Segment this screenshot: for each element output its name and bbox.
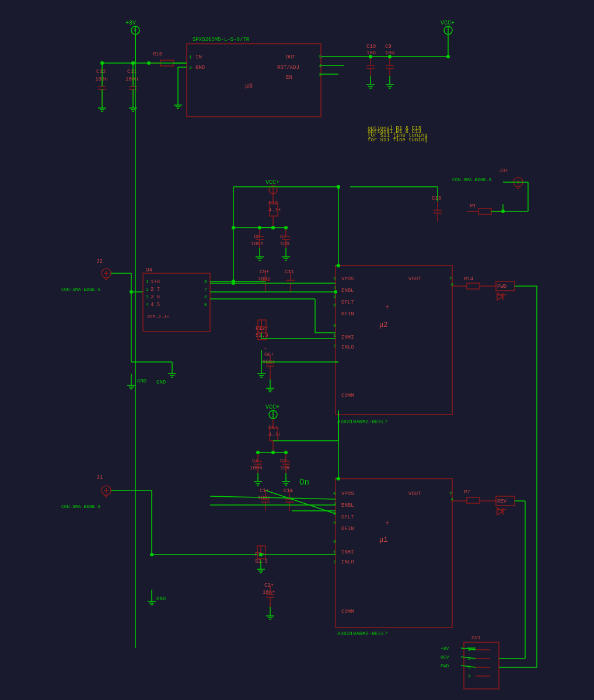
schematic-diagram [0,0,594,700]
